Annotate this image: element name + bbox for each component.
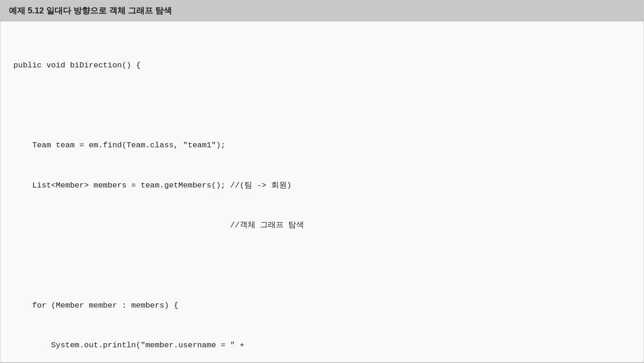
code-line-5: //객체 그래프 탐색	[13, 219, 631, 232]
code-body: public void biDirection() { Team team = …	[0, 21, 644, 362]
code-line-7: for (Member member : members) {	[13, 299, 631, 313]
bottom-border	[0, 362, 644, 363]
code-line-4: List<Member> members = team.getMembers()…	[13, 179, 631, 193]
code-line-1: public void biDirection() {	[13, 59, 631, 73]
code-line-blank-2	[13, 259, 631, 272]
code-line-blank-1	[13, 99, 631, 112]
page-container: 예제 5.12 일대다 방향으로 객체 그래프 탐색 public void b…	[0, 0, 644, 363]
code-line-3: Team team = em.find(Team.class, "team1")…	[13, 139, 631, 152]
code-header: 예제 5.12 일대다 방향으로 객체 그래프 탐색	[0, 0, 644, 21]
code-line-8: System.out.println("member.username = " …	[13, 339, 631, 352]
header-title: 예제 5.12 일대다 방향으로 객체 그래프 탐색	[9, 6, 172, 15]
